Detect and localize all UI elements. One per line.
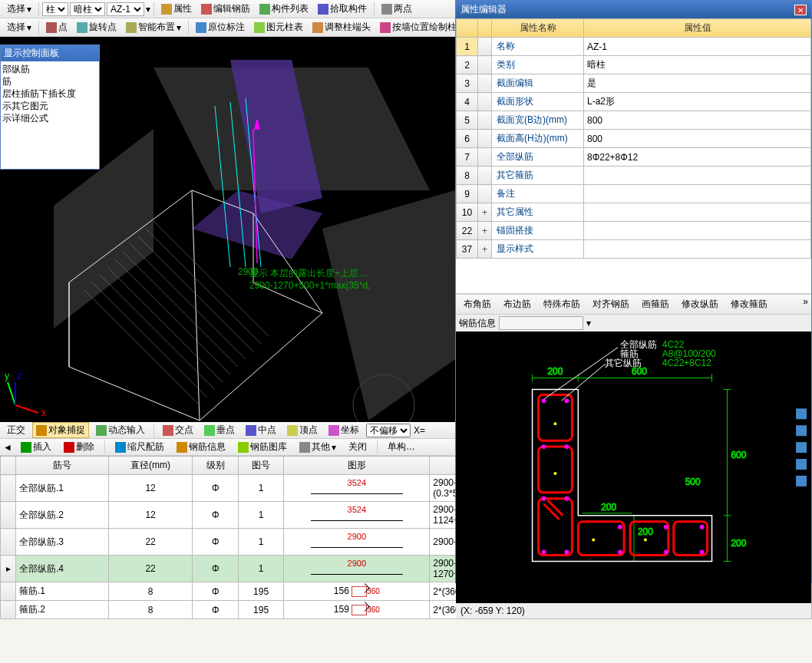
insert-button[interactable]: 插入	[17, 439, 55, 455]
svg-text:2900: 2900	[238, 266, 259, 277]
edit-rebar-button[interactable]: 编辑钢筋	[197, 1, 254, 17]
svg-text:4C22+8C12: 4C22+8C12	[662, 358, 711, 368]
tab-draw-stirrup[interactable]: 画箍筋	[637, 296, 674, 312]
panel-line: 示详细公式	[2, 112, 97, 124]
rotate-point-button[interactable]: 旋转点	[73, 19, 120, 35]
tab-edge[interactable]: 布边筋	[499, 296, 536, 312]
delete-button[interactable]: 删除	[60, 439, 98, 455]
ortho-toggle[interactable]: 正交	[3, 422, 29, 438]
select2-button[interactable]: 选择 ▾	[3, 19, 35, 35]
expand-icon[interactable]: +	[478, 222, 492, 240]
svg-text:200: 200	[638, 526, 653, 537]
panel-line: 部纵筋	[2, 63, 97, 75]
svg-point-69	[542, 496, 546, 501]
rebar-info-input[interactable]	[499, 316, 583, 330]
svg-text:500: 500	[685, 477, 701, 487]
close-icon[interactable]: ✕	[794, 5, 807, 15]
adjust-end-button[interactable]: 调整柱端头	[309, 19, 375, 35]
svg-point-75	[664, 525, 668, 529]
snap-perp[interactable]: 垂点	[200, 422, 239, 438]
svg-line-25	[15, 405, 38, 413]
display-control-panel: 显示控制面板 部纵筋 筋 层柱插筋下插长度 示其它图元 示详细公式	[0, 45, 100, 170]
edit-bar: ◄ 插入 删除 缩尺配筋 钢筋信息 钢筋图库 其他 ▾ 关闭 单构…	[0, 439, 455, 456]
svg-rect-52	[578, 522, 624, 556]
draw-by-wall-button[interactable]: 按墙位置绘制柱	[376, 19, 460, 35]
category-combo[interactable]: 柱	[42, 2, 68, 16]
svg-line-55	[544, 504, 559, 520]
svg-text:200: 200	[601, 502, 616, 513]
rebar-lib-button[interactable]: 钢筋图库	[234, 439, 291, 455]
snap-bar: 正交 对象捕捉 动态输入 交点 垂点 中点 顶点 坐标 不偏移 X=	[0, 422, 455, 439]
svg-point-72	[564, 550, 569, 555]
comp-list-button[interactable]: 构件列表	[256, 1, 312, 17]
tab-special[interactable]: 特殊布筋	[539, 296, 585, 312]
col-grade: 级别	[193, 457, 238, 475]
rebar-info-button[interactable]: 钢筋信息	[173, 439, 229, 455]
prop-panel-title: 属性编辑器	[460, 3, 507, 16]
svg-point-76	[664, 550, 668, 555]
svg-line-15	[130, 244, 246, 359]
property-editor-panel: 属性编辑器 ✕ 属性名称属性值 1名称AZ-1 2类别暗柱 3截面编辑是 4截面…	[455, 0, 812, 583]
panel-title: 显示控制面板	[1, 45, 99, 61]
svg-point-65	[542, 398, 546, 403]
snap-mid[interactable]: 中点	[242, 422, 280, 438]
two-point-button[interactable]: 两点	[378, 1, 416, 17]
svg-point-67	[542, 444, 546, 449]
attr-button[interactable]: 属性	[157, 1, 196, 17]
svg-rect-50	[539, 447, 573, 493]
svg-text:200: 200	[731, 538, 746, 549]
section-view[interactable]: 200 600 600 200 500 200 200	[456, 332, 811, 603]
svg-line-14	[123, 252, 238, 367]
svg-rect-86	[796, 459, 807, 470]
origin-label-button[interactable]: 原位标注	[192, 19, 249, 35]
snap-intersect[interactable]: 交点	[159, 422, 197, 438]
elem-table-button[interactable]: 图元柱表	[250, 19, 307, 35]
svg-rect-85	[796, 442, 807, 453]
expand-icon[interactable]: +	[478, 203, 492, 222]
svg-line-10	[92, 282, 207, 397]
svg-line-13	[115, 259, 230, 374]
subtype-combo[interactable]: 暗柱	[70, 2, 105, 16]
osnap-toggle[interactable]: 对象捕捉	[32, 422, 89, 438]
svg-point-79	[553, 422, 556, 425]
panel-line: 筋	[2, 75, 97, 87]
x-label: X=	[414, 425, 425, 436]
panel-line: 层柱插筋下插长度	[2, 87, 97, 100]
pick-comp-button[interactable]: 拾取构件	[314, 1, 371, 17]
svg-rect-87	[796, 476, 807, 487]
col-dia: 直径(mm)	[108, 457, 193, 475]
smart-layout-button[interactable]: 智能布置 ▾	[122, 19, 185, 35]
other-button[interactable]: 其他 ▾	[295, 439, 340, 455]
svg-text:z: z	[17, 371, 21, 381]
snap-vertex[interactable]: 顶点	[283, 422, 322, 438]
select-dropdown[interactable]: 选择 ▾	[3, 1, 35, 17]
coord-readout: (X: -659 Y: 120)	[456, 603, 811, 618]
point-button[interactable]: 点	[42, 19, 71, 35]
expand-icon[interactable]: »	[803, 296, 808, 312]
svg-point-82	[644, 539, 647, 542]
svg-line-9	[84, 290, 200, 405]
scale-rebar-button[interactable]: 缩尺配筋	[111, 439, 168, 455]
expand-icon[interactable]: +	[478, 240, 492, 259]
svg-point-71	[542, 550, 546, 555]
snap-coord[interactable]: 坐标	[325, 422, 363, 438]
svg-rect-83	[796, 408, 807, 419]
svg-point-70	[564, 496, 569, 501]
svg-text:200: 200	[547, 366, 563, 377]
element-combo[interactable]: AZ-1	[107, 2, 144, 16]
svg-line-12	[107, 267, 223, 382]
tab-corner[interactable]: 布角筋	[459, 296, 496, 312]
dyn-input-toggle[interactable]: 动态输入	[92, 422, 149, 438]
property-grid[interactable]: 属性名称属性值 1名称AZ-1 2类别暗柱 3截面编辑是 4截面形状L-a2形 …	[456, 18, 811, 259]
svg-rect-84	[796, 425, 807, 436]
close-button[interactable]: 关闭	[345, 439, 371, 455]
col-blank	[1, 457, 16, 475]
tab-align[interactable]: 对齐钢筋	[588, 296, 634, 312]
single-button[interactable]: 单构…	[384, 439, 419, 455]
tab-edit-stirrup[interactable]: 修改箍筋	[726, 296, 772, 312]
offset-combo[interactable]: 不偏移	[366, 424, 411, 437]
col-fig: 图号	[238, 457, 283, 475]
svg-point-78	[700, 550, 705, 555]
tab-edit-long[interactable]: 修改纵筋	[677, 296, 723, 312]
svg-line-11	[100, 275, 215, 390]
